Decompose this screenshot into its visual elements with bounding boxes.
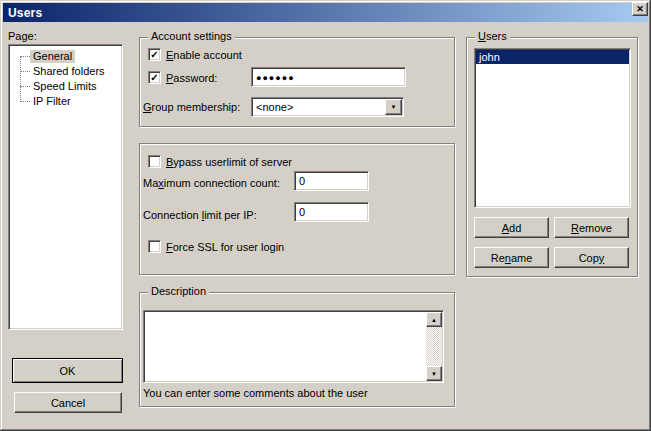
- bypass-userlimit-checkbox[interactable]: Bypass userlimit of server: [148, 155, 292, 168]
- password-checkbox[interactable]: ✓ Password:: [148, 71, 217, 84]
- connection-limit-label: Connection limit per IP:: [143, 209, 257, 221]
- password-input[interactable]: [252, 68, 405, 86]
- group-membership-label: Group membership:: [143, 101, 240, 113]
- tree-connector-line: [20, 56, 21, 102]
- window-title: Users: [8, 6, 42, 20]
- users-listbox[interactable]: john: [474, 48, 631, 208]
- scroll-up-icon: ▲: [431, 317, 437, 323]
- chevron-down-icon: ▼: [391, 104, 397, 110]
- connection-limit-input[interactable]: [295, 203, 368, 221]
- force-ssl-label: Force SSL for user login: [166, 241, 284, 253]
- password-label: Password:: [166, 72, 217, 84]
- max-connection-label: Maximum connection count:: [143, 177, 280, 189]
- copy-button[interactable]: Copy: [554, 247, 629, 268]
- page-item-ip-filter[interactable]: IP Filter: [9, 94, 122, 109]
- users-group-title: Users: [475, 30, 510, 42]
- account-settings-group: Account settings ✓ Enable account ✓ Pass…: [139, 37, 455, 127]
- checkbox-unchecked-icon: [148, 155, 161, 168]
- group-membership-value: <none>: [252, 98, 385, 116]
- users-group: Users john Add Remove Rename Copy: [466, 37, 638, 277]
- page-item-general[interactable]: General: [9, 49, 122, 64]
- description-hint: You can enter some comments about the us…: [143, 387, 368, 399]
- tree-stub-icon: [20, 56, 30, 57]
- remove-button[interactable]: Remove: [554, 217, 629, 238]
- scroll-up-button[interactable]: ▲: [426, 312, 442, 327]
- close-button[interactable]: ✕: [632, 2, 648, 16]
- users-dialog: Users ✕ Page: General Shared folders Spe…: [0, 0, 651, 431]
- user-list-item[interactable]: john: [476, 50, 629, 64]
- group-membership-dropdown[interactable]: <none> ▼: [251, 97, 404, 117]
- checkbox-checked-icon: ✓: [148, 48, 161, 61]
- rename-button[interactable]: Rename: [474, 247, 549, 268]
- page-item-label: Speed Limits: [30, 80, 100, 93]
- ok-button[interactable]: OK: [12, 358, 123, 383]
- checkbox-checked-icon: ✓: [148, 71, 161, 84]
- tree-stub-icon: [20, 101, 30, 102]
- tree-stub-icon: [20, 71, 30, 72]
- checkbox-unchecked-icon: [148, 240, 161, 253]
- page-label: Page:: [8, 30, 37, 42]
- page-item-label: IP Filter: [30, 95, 74, 108]
- max-connection-field-frame: [294, 171, 369, 191]
- add-button[interactable]: Add: [474, 217, 549, 238]
- description-textarea[interactable]: ▲ ▼: [143, 310, 444, 383]
- title-bar[interactable]: Users: [3, 3, 648, 22]
- page-item-shared-folders[interactable]: Shared folders: [9, 64, 122, 79]
- description-group-title: Description: [148, 285, 209, 297]
- account-settings-group-title: Account settings: [148, 30, 235, 42]
- enable-account-checkbox[interactable]: ✓ Enable account: [148, 48, 242, 61]
- connection-limit-field-frame: [294, 202, 369, 222]
- description-scrollbar[interactable]: ▲ ▼: [426, 312, 442, 381]
- page-listbox[interactable]: General Shared folders Speed Limits IP F…: [8, 44, 123, 330]
- max-connection-input[interactable]: [295, 172, 368, 190]
- limits-group: Bypass userlimit of server Maximum conne…: [139, 143, 455, 275]
- password-field-frame: [251, 67, 406, 87]
- description-group: Description ▲ ▼ You can enter some comme…: [139, 292, 455, 407]
- tree-stub-icon: [20, 86, 30, 87]
- enable-account-label: Enable account: [166, 49, 242, 61]
- force-ssl-checkbox[interactable]: Force SSL for user login: [148, 240, 284, 253]
- dropdown-arrow-button[interactable]: ▼: [385, 99, 402, 115]
- cancel-button[interactable]: Cancel: [14, 392, 122, 413]
- page-item-label: Shared folders: [30, 65, 108, 78]
- close-icon: ✕: [636, 5, 644, 14]
- page-item-speed-limits[interactable]: Speed Limits: [9, 79, 122, 94]
- bypass-userlimit-label: Bypass userlimit of server: [166, 156, 292, 168]
- page-item-label: General: [30, 50, 75, 63]
- scroll-down-button[interactable]: ▼: [426, 366, 442, 381]
- scroll-down-icon: ▼: [431, 371, 437, 377]
